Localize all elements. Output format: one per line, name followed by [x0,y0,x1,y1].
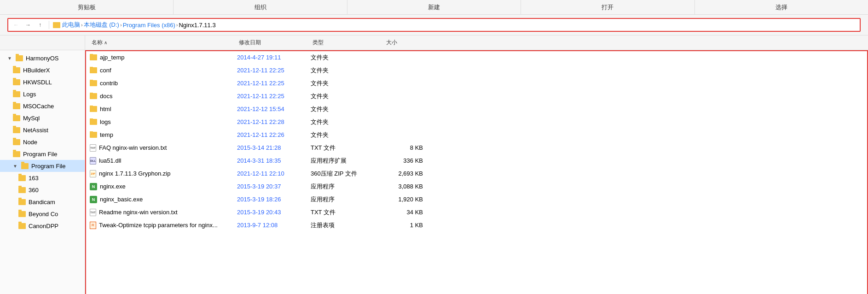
folder-icon-harmonyos [16,55,23,61]
file-name: Readme nginx-win version.txt [99,209,178,216]
file-date: 2021-12-11 22:26 [237,131,311,138]
breadcrumb: 此电脑 › 本地磁盘 (D:) › Program Files (x86) › … [62,21,216,29]
sidebar-item-bandicam[interactable]: Bandicam [0,196,85,208]
nav-back-button[interactable]: ← [11,20,21,30]
sidebar-item-canondpp[interactable]: CanonDPP [0,220,85,232]
main-container: ▼ HarmonyOS HBuilderX HKWSDLL Logs MSOCa… [0,50,868,294]
table-row[interactable]: ajp_temp 2014-4-27 19:11 文件夹 [86,51,867,64]
file-size: 34 KB [384,209,430,216]
table-row[interactable]: html 2021-12-12 15:54 文件夹 [86,103,867,116]
table-row[interactable]: R Tweak-Optimize tcpip parameters for ng… [86,219,867,232]
sidebar-item-program-files-1[interactable]: Program File [0,148,85,160]
toolbar-organize-label: 组织 [255,3,266,12]
toolbar-new: 新建 [347,0,521,14]
col-header-date[interactable]: 修改日期 [236,39,310,47]
breadcrumb-program-files-x86[interactable]: Program Files (x86) [123,22,175,29]
sidebar-item-logs[interactable]: Logs [0,88,85,100]
file-name: lua51.dll [99,157,121,164]
sidebar-label-canon: CanonDPP [29,223,58,229]
file-type: 应用程序扩展 [311,157,384,165]
nav-forward-button[interactable]: → [23,20,33,30]
col-header-size[interactable]: 大小 [383,39,429,47]
exe-icon: N [90,183,97,190]
sidebar-item-msocache[interactable]: MSOCache [0,100,85,112]
table-row[interactable]: TXT Readme nginx-win version.txt 2015-3-… [86,206,867,219]
sidebar-item-beyond-compare[interactable]: Beyond Co [0,208,85,220]
toolbar-new-label: 新建 [428,3,440,12]
breadcrumb-drive-d[interactable]: 本地磁盘 (D:) [84,21,119,29]
nav-up-button[interactable]: ↑ [35,20,45,30]
zip-icon: ZIP [90,170,96,177]
sidebar-label-163: 163 [29,175,39,182]
table-row[interactable]: conf 2021-12-11 22:25 文件夹 [86,64,867,77]
table-row[interactable]: contrib 2021-12-11 22:25 文件夹 [86,77,867,90]
breadcrumb-this-pc[interactable]: 此电脑 [62,21,80,29]
file-type: 应用程序 [311,195,384,204]
toolbar-clipboard-label: 剪贴板 [78,3,96,12]
sidebar-label-harmonyos: HarmonyOS [26,55,59,62]
table-row[interactable]: DLL lua51.dll 2014-3-31 18:35 应用程序扩展 336… [86,154,867,167]
sidebar: ▼ HarmonyOS HBuilderX HKWSDLL Logs MSOCa… [0,50,85,294]
file-size: 336 KB [384,157,430,164]
sidebar-label-netassist: NetAssist [23,127,48,134]
folder-icon-mysql [13,115,20,121]
file-name: ajp_temp [100,54,124,61]
sidebar-item-program-files-2[interactable]: ▼ Program File [0,160,85,172]
toolbar-select: 选择 [695,0,868,14]
sidebar-item-netassist[interactable]: NetAssist [0,124,85,136]
top-toolbar: 剪贴板 组织 新建 打开 选择 [0,0,868,15]
sidebar-item-harmonyos[interactable]: ▼ HarmonyOS [0,52,85,64]
table-row[interactable]: docs 2021-12-11 22:25 文件夹 [86,90,867,103]
file-type: 文件夹 [311,66,384,75]
folder-icon [90,106,97,112]
file-list-container: ajp_temp 2014-4-27 19:11 文件夹 conf 2021-1… [85,50,868,294]
col-header-name[interactable]: 名称 ∧ [89,39,236,47]
table-row[interactable]: TXT FAQ nginx-win version.txt 2015-3-14 … [86,141,867,154]
toolbar-select-label: 选择 [775,3,787,12]
file-type: 文件夹 [311,53,384,62]
column-headers-main: 名称 ∧ 修改日期 类型 大小 [85,35,868,50]
table-row[interactable]: ZIP nginx 1.7.11.3 Gryphon.zip 2021-12-1… [86,167,867,180]
col-header-type[interactable]: 类型 [310,39,383,47]
file-type: 文件夹 [311,131,384,139]
folder-icon-hbuilderx [13,67,20,73]
folder-icon [90,93,97,99]
address-bar[interactable]: ← → ↑ 此电脑 › 本地磁盘 (D:) › Program Files (x… [7,18,861,32]
table-row[interactable]: temp 2021-12-11 22:26 文件夹 [86,129,867,141]
sidebar-label-hbuilderx: HBuilderX [23,67,50,74]
sidebar-label-pf1: Program File [23,151,57,158]
table-row[interactable]: N nginx.exe 2015-3-19 20:37 应用程序 3,088 K… [86,180,867,193]
expand-arrow-pf2: ▼ [13,164,18,169]
file-list: ajp_temp 2014-4-27 19:11 文件夹 conf 2021-1… [86,51,867,232]
sidebar-item-360[interactable]: 360 [0,184,85,196]
breadcrumb-sep-1: › [120,22,122,28]
sidebar-item-node[interactable]: Node [0,136,85,148]
col-name-sort-arrow: ∧ [104,40,107,45]
file-date: 2015-3-19 20:43 [237,209,311,216]
toolbar-open: 打开 [521,0,694,14]
table-row[interactable]: N nginx_basic.exe 2015-3-19 18:26 应用程序 1… [86,193,867,206]
folder-icon [90,54,97,60]
col-type-label: 类型 [312,39,324,47]
column-headers: 名称 ∧ 修改日期 类型 大小 [0,35,868,50]
folder-icon [90,119,97,125]
sidebar-item-hkwsdll[interactable]: HKWSDLL [0,76,85,88]
toolbar-open-label: 打开 [602,3,613,12]
sidebar-label-360: 360 [29,187,39,194]
sidebar-item-163[interactable]: 163 [0,172,85,184]
file-date: 2021-12-11 22:10 [237,170,311,177]
folder-icon-msocache [13,103,20,109]
reg-icon: R [90,222,96,229]
sidebar-item-hbuilderx[interactable]: HBuilderX [0,64,85,76]
file-type: 文件夹 [311,118,384,126]
sidebar-item-mysql[interactable]: MySql [0,112,85,124]
file-date: 2015-3-19 18:26 [237,196,311,203]
toolbar-clipboard: 剪贴板 [0,0,174,14]
col-date-label: 修改日期 [239,39,261,47]
folder-icon [90,80,97,86]
file-name: nginx_basic.exe [100,196,143,203]
file-date: 2014-3-31 18:35 [237,157,311,164]
file-date: 2021-12-11 22:28 [237,118,311,125]
table-row[interactable]: logs 2021-12-11 22:28 文件夹 [86,116,867,129]
sidebar-label-msocache: MSOCache [23,103,54,110]
